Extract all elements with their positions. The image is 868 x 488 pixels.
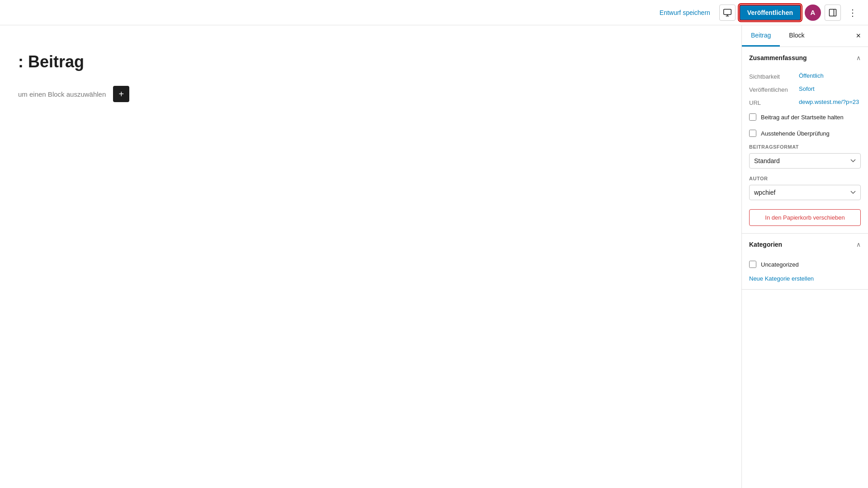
sidebar-close-button[interactable]: × [849, 25, 868, 47]
save-draft-button[interactable]: Entwurf speichern [654, 6, 716, 19]
neue-kategorie-link[interactable]: Neue Kategorie erstellen [749, 275, 861, 282]
sidebar-toggle-button[interactable] [825, 5, 841, 21]
sidebar-tabs: Beitrag Block × [742, 25, 868, 47]
autor-select[interactable]: wpchief [749, 185, 861, 200]
url-row: URL dewp.wstest.me/?p=23 [749, 99, 861, 106]
svg-rect-0 [724, 9, 731, 14]
beitragsformat-select[interactable]: Standard Bild Video Audio Zitat Link Gal… [749, 153, 861, 169]
publish-button[interactable]: Veröffentlichen [739, 5, 801, 21]
zusammenfassung-body: Sichtbarkeit Öffentlich Veröffentlichen … [742, 69, 868, 233]
uncategorized-checkbox[interactable] [749, 261, 756, 268]
post-title[interactable]: : Beitrag [18, 52, 723, 75]
sticky-label[interactable]: Beitrag auf der Startseite halten [761, 114, 844, 121]
beitragsformat-label: BEITRAGSFORMAT [749, 144, 861, 150]
chevron-up-icon-kategorien: ∧ [856, 241, 861, 248]
kategorien-body: Uncategorized Neue Kategorie erstellen [742, 255, 868, 289]
sichtbarkeit-label: Sichtbarkeit [749, 72, 799, 80]
review-checkbox-row: Ausstehende Überprüfung [749, 128, 861, 139]
yoast-button[interactable]: A [805, 5, 821, 21]
tab-beitrag[interactable]: Beitrag [742, 25, 780, 47]
toolbar: Entwurf speichern Veröffentlichen A ⋮ [0, 0, 868, 25]
veroeffentlichen-row: Veröffentlichen Sofort [749, 85, 861, 93]
yoast-icon: A [811, 9, 816, 16]
chevron-up-icon: ∧ [856, 54, 861, 61]
ellipsis-icon: ⋮ [848, 8, 857, 18]
monitor-icon [723, 8, 732, 17]
zusammenfassung-title: Zusammenfassung [749, 54, 807, 61]
block-placeholder-text: um einen Block auszuwählen [18, 90, 106, 98]
review-label[interactable]: Ausstehende Überprüfung [761, 130, 830, 137]
delete-button[interactable]: In den Papierkorb verschieben [749, 209, 861, 226]
block-placeholder-row: um einen Block auszuwählen + [18, 86, 723, 102]
sidebar: Beitrag Block × Zusammenfassung ∧ Sichtb… [741, 25, 868, 488]
kategorien-header[interactable]: Kategorien ∧ [742, 234, 868, 255]
zusammenfassung-section: Zusammenfassung ∧ Sichtbarkeit Öffentlic… [742, 47, 868, 234]
veroeffentlichen-value[interactable]: Sofort [799, 85, 815, 92]
editor-area: : Beitrag um einen Block auszuwählen + [0, 25, 741, 488]
add-block-button[interactable]: + [113, 86, 129, 102]
uncategorized-row: Uncategorized [749, 259, 861, 270]
sticky-checkbox[interactable] [749, 113, 756, 121]
sidebar-icon [828, 8, 837, 17]
preview-button[interactable] [719, 5, 736, 21]
kategorien-title: Kategorien [749, 241, 782, 248]
url-label: URL [749, 99, 799, 106]
tab-block[interactable]: Block [780, 25, 813, 47]
sichtbarkeit-row: Sichtbarkeit Öffentlich [749, 72, 861, 80]
svg-rect-3 [830, 9, 836, 16]
uncategorized-label[interactable]: Uncategorized [761, 261, 799, 268]
review-checkbox[interactable] [749, 130, 756, 137]
more-options-button[interactable]: ⋮ [844, 5, 861, 20]
url-value[interactable]: dewp.wstest.me/?p=23 [799, 99, 859, 105]
sticky-checkbox-row: Beitrag auf der Startseite halten [749, 112, 861, 122]
zusammenfassung-header[interactable]: Zusammenfassung ∧ [742, 47, 868, 69]
veroeffentlichen-meta-label: Veröffentlichen [749, 85, 799, 93]
main-layout: : Beitrag um einen Block auszuwählen + B… [0, 25, 868, 488]
kategorien-section: Kategorien ∧ Uncategorized Neue Kategori… [742, 234, 868, 290]
autor-label: AUTOR [749, 176, 861, 181]
sichtbarkeit-value[interactable]: Öffentlich [799, 72, 824, 79]
